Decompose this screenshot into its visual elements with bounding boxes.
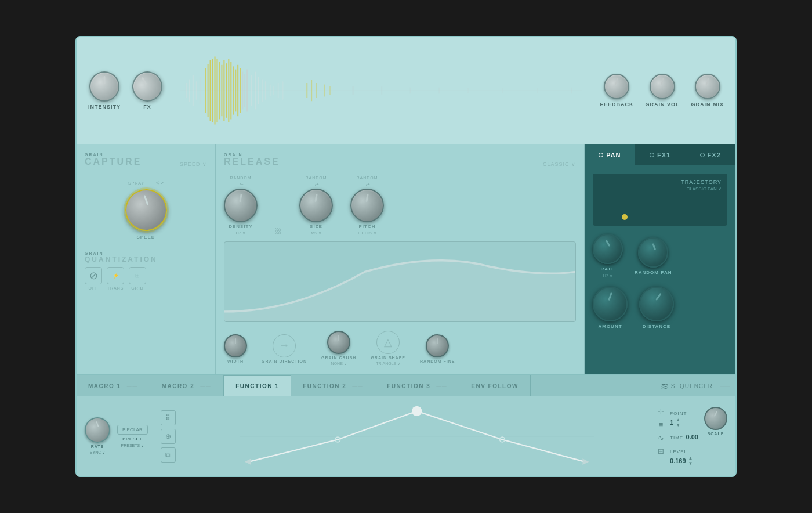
svg-marker-51 bbox=[245, 458, 251, 465]
pan-distance-knob-group: DISTANCE bbox=[639, 287, 674, 329]
grain-crush-unit[interactable]: NONE ∨ bbox=[331, 362, 347, 366]
scale-knob-group: SCALE bbox=[704, 407, 727, 436]
func-icon-magnet[interactable]: ⊕ bbox=[161, 429, 176, 444]
pan-rate-unit[interactable]: HZ ∨ bbox=[603, 274, 612, 279]
time-group: TIME 0.00 bbox=[670, 431, 698, 442]
pitch-knob[interactable] bbox=[350, 189, 384, 222]
grain-crush-knob-group: GRAIN CRUSH NONE ∨ bbox=[321, 331, 356, 366]
bars-icon[interactable]: ≡ bbox=[659, 420, 664, 429]
func-rate-knob[interactable] bbox=[85, 417, 110, 443]
grain-shape-unit[interactable]: TRIANGLE ∨ bbox=[376, 362, 400, 366]
intensity-knob[interactable] bbox=[89, 71, 119, 102]
pan-distance-knob[interactable] bbox=[635, 283, 677, 325]
quantization-section: GRAIN QUANTIZATION ⊘ OFF ⚡ TRANS ⊞ GRID bbox=[85, 251, 207, 290]
grain-capture-panel: GRAIN CAPTURE SPEED ∨ SPRAY < > SPEED GR… bbox=[77, 144, 216, 374]
presets-label[interactable]: PRESETS ∨ bbox=[121, 443, 144, 448]
pan-rate-knob[interactable] bbox=[593, 234, 623, 264]
bipolar-button[interactable]: BIPOLAR bbox=[117, 425, 148, 435]
func-icon-dots[interactable]: ⠿ bbox=[161, 410, 176, 425]
envelope-display[interactable] bbox=[224, 241, 576, 322]
pan-distance-label: DISTANCE bbox=[643, 324, 670, 329]
random-pan-label: RANDOM PAN bbox=[635, 270, 672, 275]
func-icon-copy[interactable]: ⧉ bbox=[161, 447, 176, 463]
tab-function1[interactable]: FUNCTION 1 bbox=[223, 375, 291, 396]
grain-direction-label: GRAIN DIRECTION bbox=[262, 359, 307, 363]
snap-icon[interactable]: ⊹ bbox=[658, 407, 664, 416]
quant-grid-btn[interactable]: ⊞ GRID bbox=[129, 267, 146, 290]
wave-icon[interactable]: ∿ bbox=[658, 433, 664, 442]
func-sync-label[interactable]: SYNC ∨ bbox=[90, 450, 105, 455]
svg-rect-21 bbox=[240, 68, 241, 113]
quant-sub-title: GRAIN bbox=[85, 251, 207, 255]
tab-pan[interactable]: PAN bbox=[585, 144, 635, 165]
size-knob[interactable] bbox=[299, 189, 333, 222]
tab-env-follow[interactable]: ENV FOLLOW bbox=[459, 375, 531, 396]
svg-rect-33 bbox=[282, 81, 284, 99]
svg-point-50 bbox=[412, 406, 422, 416]
point-label: POINT bbox=[670, 411, 687, 416]
preset-label: PRESET bbox=[122, 437, 142, 441]
grid-icon[interactable]: ⊞ bbox=[658, 447, 664, 456]
release-mode-label[interactable]: CLASSIC ∨ bbox=[543, 161, 576, 167]
grain-crush-label: GRAIN CRUSH bbox=[321, 356, 356, 360]
svg-rect-8 bbox=[210, 60, 211, 121]
pan-display[interactable]: TRAJECTORY CLASSIC PAN ∨ bbox=[593, 174, 727, 226]
quant-trans-btn[interactable]: ⚡ TRANS bbox=[107, 267, 124, 290]
svg-rect-29 bbox=[265, 81, 266, 99]
point-value-row: 1 ▲▼ bbox=[670, 417, 698, 428]
pan-power-dot bbox=[599, 153, 603, 157]
point-stepper[interactable]: ▲▼ bbox=[676, 417, 680, 428]
random-fine-knob-group: RANDOM FINE bbox=[420, 334, 455, 363]
capture-speed-label[interactable]: SPEED ∨ bbox=[180, 161, 207, 167]
tab-function3[interactable]: FUNCTION 3 —— bbox=[375, 375, 459, 396]
level-stepper[interactable]: ▲▼ bbox=[688, 456, 693, 466]
spray-row: SPRAY < > bbox=[128, 180, 164, 186]
function-graph[interactable] bbox=[184, 402, 650, 471]
pitch-unit[interactable]: FIFTHS ∨ bbox=[358, 231, 376, 236]
tab-fx1[interactable]: FX1 bbox=[635, 144, 686, 165]
func-rate-label: RATE bbox=[91, 445, 104, 449]
svg-rect-24 bbox=[246, 70, 248, 112]
svg-rect-2 bbox=[189, 80, 190, 102]
scale-knob[interactable] bbox=[704, 407, 727, 430]
svg-rect-32 bbox=[278, 83, 279, 98]
density-plusminus: -/+ bbox=[238, 182, 244, 187]
density-unit[interactable]: HZ ∨ bbox=[236, 231, 245, 236]
svg-rect-43 bbox=[467, 88, 469, 93]
size-unit[interactable]: MS ∨ bbox=[311, 231, 321, 236]
feedback-knob[interactable] bbox=[604, 74, 629, 99]
tab-function2[interactable]: FUNCTION 2 —— bbox=[291, 375, 375, 396]
speed-knob[interactable] bbox=[125, 189, 167, 231]
grain-mix-knob[interactable] bbox=[695, 74, 720, 99]
tab-fx2[interactable]: FX2 bbox=[685, 144, 735, 165]
function-left-controls: RATE SYNC ∨ BIPOLAR PRESET PRESETS ∨ bbox=[85, 417, 148, 455]
waveform-display[interactable] bbox=[180, 53, 582, 128]
random-pan-knob[interactable] bbox=[636, 235, 670, 270]
quant-off-btn[interactable]: ⊘ OFF bbox=[85, 267, 102, 290]
grain-direction-icon[interactable]: → bbox=[273, 334, 296, 357]
link-icon[interactable]: ⛓ bbox=[275, 227, 282, 236]
svg-rect-18 bbox=[233, 66, 234, 114]
classic-pan-label[interactable]: CLASSIC PAN ∨ bbox=[686, 186, 722, 192]
pitch-plusminus: -/+ bbox=[364, 182, 370, 187]
tab-macro1[interactable]: MACRO 1 —— bbox=[77, 375, 150, 396]
grain-shape-icon[interactable]: △ bbox=[376, 331, 400, 354]
grain-crush-knob[interactable] bbox=[327, 331, 350, 354]
level-label: LEVEL bbox=[670, 449, 687, 454]
density-label: DENSITY bbox=[229, 224, 253, 229]
arrows-label[interactable]: < > bbox=[156, 180, 164, 186]
fx-knob[interactable] bbox=[126, 66, 168, 107]
pan-rate-label: RATE bbox=[600, 266, 615, 272]
tab-macro2[interactable]: MACRO 2 —— bbox=[150, 375, 224, 396]
width-knob[interactable] bbox=[224, 334, 247, 357]
bottom-controls-row: WIDTH → GRAIN DIRECTION GRAIN CRUSH NONE… bbox=[224, 331, 576, 366]
random-fine-knob[interactable] bbox=[426, 334, 449, 357]
top-right-knobs: FEEDBACK GRAIN VOL GRAIN MIX bbox=[600, 74, 724, 107]
density-knob[interactable] bbox=[224, 189, 258, 222]
grain-release-panel: GRAIN RELEASE CLASSIC ∨ RANDOM -/+ DENSI… bbox=[216, 144, 585, 374]
capture-title-group: GRAIN CAPTURE bbox=[85, 153, 142, 167]
intensity-knob-group: INTENSITY bbox=[88, 71, 121, 110]
tab-sequencer[interactable]: ≋ SEQUENCER —— bbox=[655, 375, 735, 396]
pan-amount-knob[interactable] bbox=[593, 287, 628, 321]
grain-vol-knob[interactable] bbox=[650, 74, 675, 99]
